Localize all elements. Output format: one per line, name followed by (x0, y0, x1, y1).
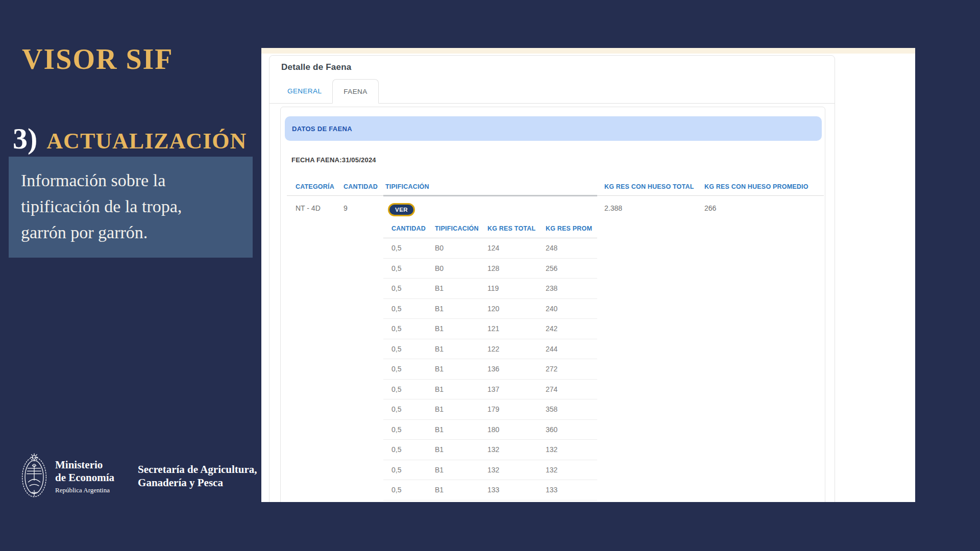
section-number: 3) (13, 121, 37, 156)
tab-general[interactable]: GENERAL (277, 79, 332, 103)
detail-column-header: KG RES PROM (546, 225, 597, 232)
cell-kg-res-con-hueso-promedio: 266 (696, 204, 824, 216)
detail-cell: B1 (435, 445, 487, 454)
detail-cell: 121 (487, 324, 546, 333)
detail-cell: 240 (546, 305, 597, 313)
detail-cell: B1 (435, 425, 487, 434)
secretariat-line-2: Ganadería y Pesca (138, 476, 257, 489)
detail-cell: B0 (435, 264, 487, 272)
detail-table-row: 0,5B1137274 (383, 380, 597, 400)
detail-cell: 0,5 (391, 425, 435, 434)
summary-column-header: KG RES CON HUESO TOTAL (596, 182, 696, 190)
detail-cell: 132 (546, 445, 597, 454)
slide-title: VISOR SIF (22, 43, 174, 76)
detail-table-row: 0,5B1119238 (383, 279, 597, 299)
detail-cell: 179 (487, 405, 546, 413)
detail-cell: 248 (546, 244, 597, 252)
detail-table-row: 0,5B1132132 (383, 460, 597, 481)
detail-cell: 242 (546, 324, 597, 333)
detail-cell: 0,5 (391, 345, 435, 353)
fecha-faena-label: FECHA FAENA: (291, 156, 342, 164)
cell-cantidad: 9 (335, 204, 377, 216)
tab-faena[interactable]: FAENA (332, 79, 378, 104)
summary-table-row: NT - 4D 9 VER 2.388 266 (287, 196, 824, 216)
ministry-logo-text: Ministerio de Economía República Argenti… (55, 459, 114, 495)
detail-cell: B1 (435, 324, 487, 333)
detail-cell: 0,5 (391, 405, 435, 413)
detail-cell: 274 (546, 385, 597, 393)
ministry-line-1: Ministerio (55, 459, 114, 471)
detail-column-header: CANTIDAD (391, 225, 435, 232)
detail-cell: B1 (435, 365, 487, 373)
detail-table-row: 0,5B1133133 (383, 480, 597, 500)
detail-column-header: KG RES TOTAL (487, 225, 546, 232)
detail-cell: 244 (546, 345, 597, 353)
detail-table-row: 0,5B0128256 (383, 259, 597, 279)
fecha-faena-value: 31/05/2024 (342, 156, 376, 164)
detail-cell: 358 (546, 405, 597, 413)
detail-cell: 120 (487, 305, 546, 313)
detail-cell: B1 (435, 385, 487, 393)
detail-cell: 0,5 (391, 305, 435, 313)
detail-cell: 128 (487, 264, 546, 272)
detail-cell: B1 (435, 305, 487, 313)
detail-cell: 0,5 (391, 445, 435, 454)
detail-table-row: 0,5B1179358 (383, 399, 597, 420)
detail-cell: 0,5 (391, 466, 435, 474)
detail-cell: 132 (487, 466, 546, 474)
secretariat-line-1: Secretaría de Agricultura, (138, 463, 257, 476)
detail-cell: 0,5 (391, 365, 435, 373)
detail-cell: B1 (435, 486, 487, 494)
detail-table-row: 0,5B1180360 (383, 420, 597, 440)
ministry-line-3: República Argentina (55, 485, 114, 495)
detalle-de-faena-card: Detalle de Faena GENERALFAENA DATOS DE F… (269, 55, 835, 502)
detail-cell: 256 (546, 264, 597, 272)
detail-cell: 137 (487, 385, 546, 393)
detail-cell: 0,5 (391, 264, 435, 272)
detail-table-row: 0,5B1122244 (383, 339, 597, 360)
tab-bar: GENERALFAENA (270, 79, 835, 104)
cell-kg-res-con-hueso-total: 2.388 (596, 204, 696, 216)
detail-table-row: 0,5B1121242 (383, 319, 597, 339)
detail-cell: B1 (435, 345, 487, 353)
fecha-faena: FECHA FAENA:31/05/2024 (291, 156, 376, 164)
detail-cell: 0,5 (391, 385, 435, 393)
detail-column-header: TIPIFICACIÓN (435, 225, 487, 232)
ver-button[interactable]: VER (388, 203, 415, 216)
info-box-text: Información sobre la tipificación de la … (21, 167, 240, 245)
slide-footer: Ministerio de Economía República Argenti… (20, 452, 257, 503)
detail-cell: 0,5 (391, 284, 435, 292)
summary-column-header: CATEGORÍA (287, 182, 335, 190)
detail-cell: 122 (487, 345, 546, 353)
detail-cell: 119 (487, 284, 546, 292)
argentina-coat-of-arms-icon (20, 452, 48, 503)
detail-cell: 0,5 (391, 486, 435, 494)
detail-table-row: 0,5B0124248 (383, 238, 597, 259)
detail-cell: B1 (435, 466, 487, 474)
summary-column-header: TIPIFICACIÓN (377, 182, 596, 190)
detail-cell: B1 (435, 284, 487, 292)
summary-table-header: CATEGORÍACANTIDADTIPIFICACIÓNKG RES CON … (287, 182, 824, 196)
detail-table-row: 0,5B1120240 (383, 299, 597, 319)
nested-table-top-border (383, 195, 597, 196)
detail-cell: 0,5 (391, 244, 435, 252)
faena-tab-panel: DATOS DE FAENA FECHA FAENA:31/05/2024 CA… (280, 107, 825, 502)
summary-column-header: KG RES CON HUESO PROMEDIO (696, 182, 824, 190)
detail-cell: 132 (546, 466, 597, 474)
summary-table: CATEGORÍACANTIDADTIPIFICACIÓNKG RES CON … (287, 182, 824, 216)
slide: VISOR SIF 3) ACTUALIZACIÓN Información s… (0, 0, 980, 551)
detail-cell: 133 (546, 486, 597, 494)
datos-de-faena-label: DATOS DE FAENA (292, 125, 352, 133)
detail-table-header: CANTIDADTIPIFICACIÓNKG RES TOTALKG RES P… (383, 219, 597, 238)
page-title: Detalle de Faena (281, 62, 351, 72)
detail-cell: 180 (487, 425, 546, 434)
detail-table-row: 0,5B1136272 (383, 359, 597, 380)
cell-categoria: NT - 4D (287, 204, 335, 216)
detail-cell: 124 (487, 244, 546, 252)
detail-cell: 238 (546, 284, 597, 292)
detail-table: CANTIDADTIPIFICACIÓNKG RES TOTALKG RES P… (383, 219, 597, 500)
detail-cell: B1 (435, 405, 487, 413)
browser-top-strip (261, 48, 915, 54)
detail-cell: 0,5 (391, 324, 435, 333)
info-box: Información sobre la tipificación de la … (9, 157, 253, 258)
